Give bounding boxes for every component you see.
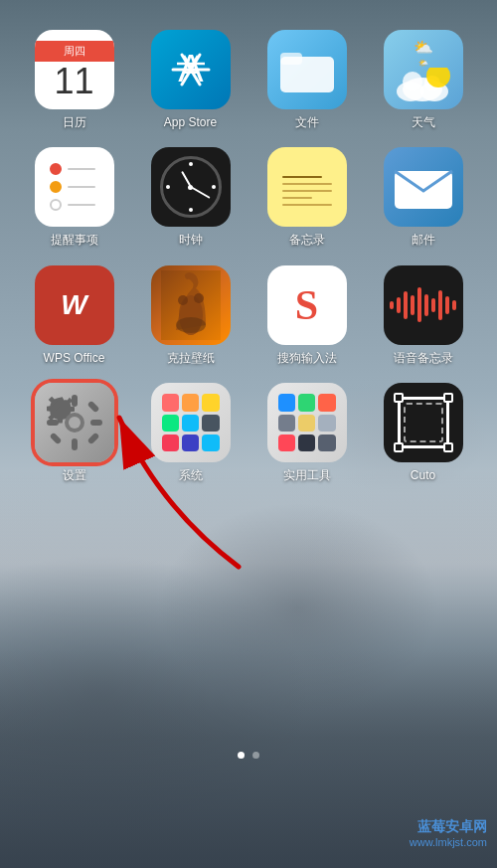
watermark: 蓝莓安卓网 www.lmkjst.com <box>410 818 487 848</box>
kela-label: 克拉壁纸 <box>167 351 215 365</box>
cuto-icon <box>384 383 463 462</box>
clock-label: 时钟 <box>179 233 203 247</box>
svg-rect-31 <box>72 395 78 407</box>
mail-icon <box>384 147 463 227</box>
page-dot-2 <box>252 752 259 759</box>
appstore-icon: A <box>151 30 231 109</box>
weather-icon: ⛅ 🌤️ <box>384 30 463 109</box>
svg-point-25 <box>176 317 206 333</box>
svg-point-13 <box>403 72 422 91</box>
utility-icon <box>267 383 347 462</box>
app-kela[interactable]: 克拉壁纸 <box>136 265 245 365</box>
svg-rect-37 <box>49 433 62 445</box>
reminders-icon <box>35 147 114 227</box>
svg-point-19 <box>166 185 170 189</box>
notes-label: 备忘录 <box>289 233 325 247</box>
watermark-url: www.lmkjst.com <box>410 836 487 848</box>
files-icon <box>267 30 347 109</box>
app-calendar[interactable]: 周四 11 日历 <box>20 30 128 129</box>
mountain-bg <box>0 470 497 868</box>
voice-label: 语音备忘录 <box>394 351 453 365</box>
utility-label: 实用工具 <box>283 468 331 482</box>
kela-icon <box>151 265 231 345</box>
sogou-icon: S <box>267 265 347 345</box>
settings-label: 设置 <box>63 468 86 482</box>
svg-rect-33 <box>47 420 59 426</box>
app-wps[interactable]: W WPS Office <box>20 265 128 365</box>
clock-icon <box>151 147 231 227</box>
system-label: 系统 <box>179 468 203 482</box>
app-voice[interactable]: 语音备忘录 <box>369 265 477 365</box>
svg-rect-38 <box>86 433 99 445</box>
calendar-icon: 周四 11 <box>35 30 114 109</box>
svg-point-24 <box>194 293 204 303</box>
svg-rect-35 <box>49 401 62 414</box>
app-grid: 周四 11 日历 A <box>0 20 497 493</box>
voice-icon <box>384 265 463 345</box>
watermark-logo: 蓝莓安卓网 <box>417 818 487 836</box>
appstore-inner <box>151 30 231 109</box>
svg-rect-32 <box>72 438 78 450</box>
app-notes[interactable]: 备忘录 <box>252 147 361 247</box>
sogou-label: 搜狗输入法 <box>277 351 337 365</box>
wps-label: WPS Office <box>44 351 105 365</box>
app-cuto[interactable]: Cuto <box>369 383 477 482</box>
app-sogou[interactable]: S 搜狗输入法 <box>252 265 361 365</box>
system-icon <box>151 383 231 462</box>
svg-rect-36 <box>86 401 99 414</box>
app-system[interactable]: 系统 <box>136 383 245 482</box>
page-dot-1 <box>238 752 245 759</box>
app-appstore[interactable]: A App Store <box>136 30 245 129</box>
svg-point-23 <box>178 295 188 305</box>
svg-rect-34 <box>90 420 102 426</box>
svg-point-18 <box>189 208 193 212</box>
svg-point-30 <box>69 417 81 429</box>
app-settings[interactable]: 设置 <box>20 383 128 482</box>
wps-icon: W <box>35 265 114 345</box>
svg-point-17 <box>212 185 216 189</box>
appstore-label: App Store <box>164 115 217 129</box>
files-label: 文件 <box>295 115 319 129</box>
app-reminders[interactable]: 提醒事项 <box>20 147 128 247</box>
settings-icon <box>35 383 114 462</box>
svg-rect-9 <box>280 53 302 65</box>
page-indicator <box>0 752 497 759</box>
calendar-day: 11 <box>54 64 93 99</box>
reminders-label: 提醒事项 <box>51 233 98 247</box>
app-weather[interactable]: ⛅ 🌤️ 天气 <box>369 30 477 129</box>
notes-icon <box>267 147 347 227</box>
svg-point-16 <box>189 162 193 166</box>
cuto-label: Cuto <box>411 468 435 482</box>
calendar-weekday: 周四 <box>35 41 114 62</box>
weather-label: 天气 <box>412 115 435 129</box>
app-mail[interactable]: 邮件 <box>369 147 477 247</box>
app-clock[interactable]: 时钟 <box>136 147 245 247</box>
app-utility[interactable]: 实用工具 <box>252 383 361 482</box>
app-files[interactable]: 文件 <box>252 30 361 129</box>
mail-label: 邮件 <box>412 233 435 247</box>
calendar-label: 日历 <box>63 115 86 129</box>
